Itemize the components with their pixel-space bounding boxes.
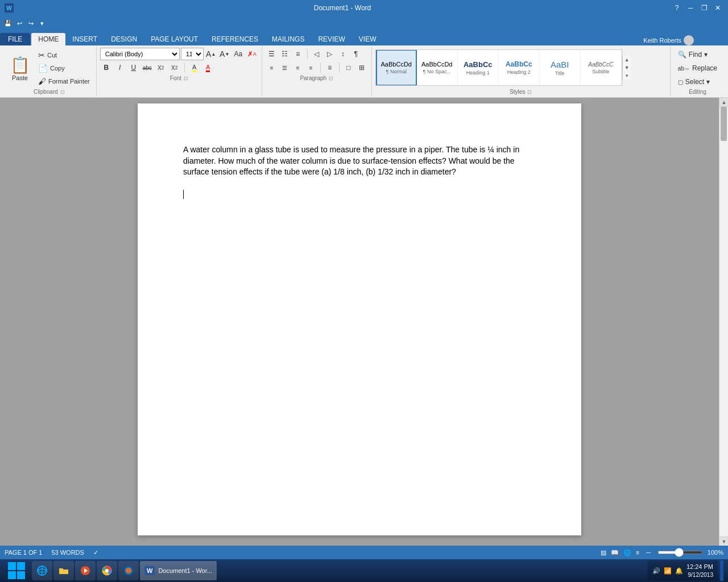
layout-view-icon[interactable]: ▤ <box>601 549 606 556</box>
ie-icon <box>36 565 48 576</box>
document-scroll[interactable]: A water column in a glass tube is used t… <box>0 98 719 546</box>
clipboard-group: 📋 Paste ✂ Cut 📄 Copy 🖌 Format Painter <box>2 47 97 96</box>
align-left-button[interactable]: ≡ <box>266 61 278 74</box>
scroll-thumb[interactable] <box>721 107 727 141</box>
chrome-button[interactable] <box>97 561 117 580</box>
styles-scroll-up[interactable]: ▲ <box>623 56 631 64</box>
style-normal-label: ¶ Normal <box>386 69 407 74</box>
outline-icon[interactable]: ≡ <box>636 549 639 556</box>
restore-button[interactable]: ❐ <box>698 2 710 14</box>
show-hide-button[interactable]: ¶ <box>350 48 362 60</box>
find-label: Find <box>689 51 702 59</box>
shading-button[interactable]: □ <box>342 61 355 74</box>
font-expand-icon[interactable]: ⊡ <box>184 76 188 81</box>
vertical-scrollbar[interactable]: ▲ ▼ <box>719 98 728 546</box>
page-info: PAGE 1 OF 1 <box>5 549 42 556</box>
media-button[interactable] <box>75 561 96 580</box>
superscript-button[interactable]: X2 <box>168 61 181 74</box>
style-heading2[interactable]: AaBbCc Heading 2 <box>499 49 540 86</box>
font-size-select[interactable]: 11 <box>181 48 204 60</box>
ie-button[interactable] <box>32 561 52 580</box>
word-taskbar-button[interactable]: W Document1 - Wor... <box>140 561 217 580</box>
copy-button[interactable]: 📄 Copy <box>35 62 93 74</box>
tab-review[interactable]: REVIEW <box>311 33 351 45</box>
editing-group: 🔍 Find ▾ ab↔ Replace ▢ Select ▾ Editing <box>671 47 726 96</box>
numbering-button[interactable]: ☷ <box>279 48 291 60</box>
shrink-font-button[interactable]: A▼ <box>218 48 231 60</box>
strikethrough-button[interactable]: abc <box>141 61 154 74</box>
scroll-up-arrow[interactable]: ▲ <box>719 98 728 107</box>
paragraph-expand-icon[interactable]: ⊡ <box>329 76 333 81</box>
redo-qa-button[interactable]: ↪ <box>25 18 36 29</box>
italic-button[interactable]: I <box>114 61 126 74</box>
status-right: ▤ 📖 🌐 ≡ ─ 100% <box>601 549 723 556</box>
scroll-track[interactable] <box>719 107 728 537</box>
tab-mailings[interactable]: MAILINGS <box>265 33 311 45</box>
undo-qa-button[interactable]: ↩ <box>14 18 25 29</box>
start-button[interactable] <box>2 560 31 581</box>
firefox-button[interactable] <box>118 561 139 580</box>
align-right-button[interactable]: ≡ <box>292 61 304 74</box>
clipboard-content: 📋 Paste ✂ Cut 📄 Copy 🖌 Format Painter <box>6 48 93 88</box>
tab-insert[interactable]: INSERT <box>65 33 104 45</box>
style-heading1[interactable]: AaBbCc Heading 1 <box>458 49 499 86</box>
style-subtitle[interactable]: AaBbCcC Subtitle <box>581 49 622 86</box>
tab-design[interactable]: DESIGN <box>104 33 144 45</box>
editing-label: Editing <box>674 88 721 95</box>
justify-button[interactable]: ≡ <box>305 61 317 74</box>
bullets-button[interactable]: ☰ <box>266 48 278 60</box>
paste-button[interactable]: 📋 Paste <box>6 53 34 84</box>
borders-button[interactable]: ⊞ <box>355 61 368 74</box>
replace-button[interactable]: ab↔ Replace <box>674 63 721 74</box>
separator-2 <box>307 49 308 59</box>
decrease-indent-button[interactable]: ◁ <box>311 48 323 60</box>
styles-scroll-down[interactable]: ▼ <box>623 64 631 72</box>
format-painter-button[interactable]: 🖌 Format Painter <box>35 75 93 88</box>
web-layout-icon[interactable]: 🌐 <box>623 549 631 556</box>
styles-expand-icon[interactable]: ⊡ <box>527 89 532 95</box>
document-text: A water column in a glass tube is used t… <box>183 144 536 178</box>
clipboard-expand-icon[interactable]: ⊡ <box>60 89 65 95</box>
sort-button[interactable]: ↕ <box>337 48 349 60</box>
network-icon: 🔊 <box>652 567 660 575</box>
style-no-spacing[interactable]: AaBbCcDd ¶ No Spac... <box>417 49 458 86</box>
text-highlight-button[interactable]: A <box>188 61 201 74</box>
subscript-button[interactable]: X2 <box>155 61 167 74</box>
find-button[interactable]: 🔍 Find ▾ <box>674 49 712 60</box>
read-mode-icon[interactable]: 📖 <box>611 549 619 556</box>
explorer-button[interactable] <box>53 561 74 580</box>
tab-home[interactable]: HOME <box>31 33 65 45</box>
grow-font-button[interactable]: A▲ <box>205 48 217 60</box>
replace-label: Replace <box>692 64 717 72</box>
bold-button[interactable]: B <box>100 61 113 74</box>
multilevel-button[interactable]: ≡ <box>292 48 304 60</box>
style-normal[interactable]: AaBbCcDd ¶ Normal <box>376 49 417 86</box>
close-button[interactable]: ✕ <box>712 2 723 14</box>
style-title[interactable]: AaBI Title <box>540 49 581 86</box>
tab-page-layout[interactable]: PAGE LAYOUT <box>144 33 205 45</box>
show-desktop-button[interactable] <box>720 560 723 581</box>
save-qa-button[interactable]: 💾 <box>2 18 14 29</box>
change-case-button[interactable]: Aa <box>232 48 245 60</box>
underline-button[interactable]: U <box>127 61 140 74</box>
styles-more[interactable]: ▾ <box>623 72 631 80</box>
styles-content: AaBbCcDd ¶ Normal AaBbCcDd ¶ No Spac... … <box>375 48 631 88</box>
scroll-down-arrow[interactable]: ▼ <box>719 537 728 546</box>
tab-references[interactable]: REFERENCES <box>205 33 265 45</box>
qa-dropdown-button[interactable]: ▾ <box>36 18 48 29</box>
cut-button[interactable]: ✂ Cut <box>35 49 93 61</box>
font-name-select[interactable]: Calibri (Body) <box>100 48 180 60</box>
align-center-button[interactable]: ☰ <box>279 61 291 74</box>
minimize-button[interactable]: ─ <box>685 2 696 14</box>
increase-indent-button[interactable]: ▷ <box>324 48 336 60</box>
zoom-slider[interactable] <box>657 551 703 554</box>
line-spacing-button[interactable]: ≡ <box>324 61 336 74</box>
tab-file[interactable]: FILE <box>0 33 30 45</box>
clear-formatting-button[interactable]: ✗A <box>246 48 258 60</box>
proofing-icon: ✓ <box>93 549 98 556</box>
help-button[interactable]: ? <box>671 2 682 14</box>
font-color-button[interactable]: A <box>202 61 214 74</box>
tab-view[interactable]: VIEW <box>352 33 383 45</box>
select-button[interactable]: ▢ Select ▾ <box>674 76 714 88</box>
clock-date: 9/12/2013 <box>686 571 713 579</box>
